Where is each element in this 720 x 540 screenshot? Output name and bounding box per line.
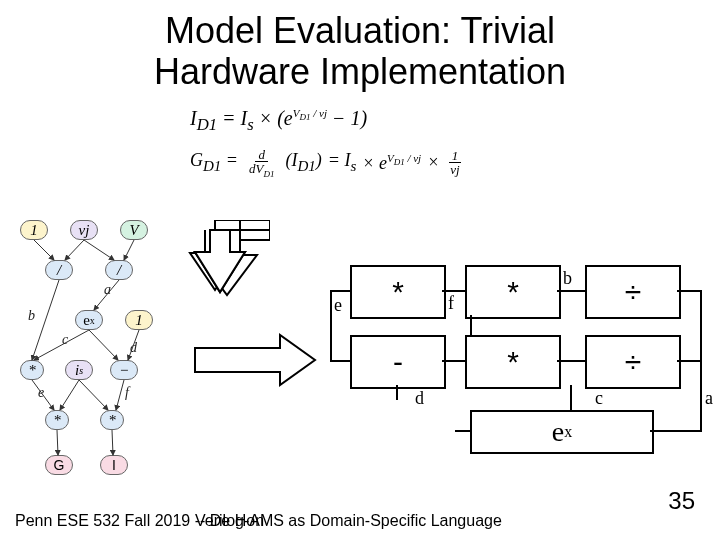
eq1-exp-slash: / vj [310, 107, 327, 119]
node-is: is [65, 360, 93, 380]
wire-sub-mul3 [442, 360, 465, 362]
node-output-g: G [45, 455, 73, 475]
op-div-1: ÷ [585, 265, 681, 319]
eq2-frac2-num: 1 [449, 149, 462, 163]
svg-line-7 [89, 330, 118, 360]
wire-div2-out [677, 360, 702, 362]
eq2-mid2: × e [362, 153, 387, 173]
node-vj: vj [70, 220, 98, 240]
eq2-frac1-num: d [255, 148, 268, 162]
svg-line-5 [32, 280, 59, 360]
slide-title: Model Evaluation: Trivial Hardware Imple… [0, 10, 720, 93]
wire-c-v [570, 385, 572, 410]
eq2-lhs: G [190, 150, 203, 170]
eq2-frac1-den: dV [249, 161, 263, 176]
equations-block: ID1 = Is × (eVD1 / vj − 1) GD1 = d dVD1 … [190, 105, 465, 178]
eq2-frac1: d dVD1 [246, 148, 277, 179]
title-line: Model Evaluation: Trivial Hardware Imple… [154, 10, 566, 92]
node-mul-i: * [100, 410, 124, 430]
node-div-b: / [105, 260, 133, 280]
node-mul-g: * [45, 410, 69, 430]
op-div-2: ÷ [585, 335, 681, 389]
port-b: b [563, 268, 572, 289]
svg-line-11 [79, 380, 108, 410]
wire-e-vert [330, 290, 332, 360]
dataflow-graph: 1 vj V / / ex 1 * is − * * G I [20, 220, 180, 510]
eq1-rhs-a: = I [222, 107, 247, 129]
wire-a-to-exp [650, 430, 702, 432]
wire-e-top [330, 290, 350, 292]
svg-line-10 [60, 380, 79, 410]
arrow-right [190, 330, 320, 390]
eq2-lhs-sub: D1 [203, 158, 221, 174]
eq2-mid-sub: s [350, 158, 356, 174]
edge-label-e: e [38, 385, 44, 401]
eq1-lhs-sub: D1 [197, 115, 217, 134]
node-output-i: I [100, 455, 128, 475]
eq2-exp-sub: D1 [394, 157, 405, 167]
edge-label-d: d [130, 340, 137, 356]
edge-label-f: f [125, 385, 129, 401]
wire-f-v1 [470, 315, 472, 335]
edge-label-a: a [104, 282, 111, 298]
port-c: c [595, 388, 603, 409]
page-number: 35 [668, 487, 695, 515]
equation-1: ID1 = Is × (eVD1 / vj − 1) [190, 105, 465, 136]
svg-line-1 [65, 240, 84, 260]
op-sub: - [350, 335, 446, 389]
footer-mid: Verilog-AMS as Domain-Specific Language [195, 512, 502, 530]
eq2-exp-num: V [387, 152, 394, 164]
wire-mul1-mul2 [442, 290, 465, 292]
port-f: f [448, 293, 454, 314]
eq2-exp-slash: / vj [405, 152, 422, 164]
wire-exp-left [455, 430, 470, 432]
svg-line-3 [124, 240, 134, 260]
svg-line-2 [84, 240, 114, 260]
node-exp: ex [75, 310, 103, 330]
eq1-lhs: I [190, 107, 197, 129]
wire-b [557, 290, 585, 292]
eq2-paren-inner-sub: D1 [297, 158, 315, 174]
node-mul-left: * [20, 360, 44, 380]
port-d: d [415, 388, 424, 409]
edge-label-c: c [62, 332, 68, 348]
svg-line-14 [112, 430, 113, 455]
node-V: V [120, 220, 148, 240]
eq1-rhs-a-sub: s [247, 115, 253, 134]
op-mul-3: * [465, 335, 561, 389]
op-exp: ex [470, 410, 654, 454]
node-const-one: 1 [20, 220, 48, 240]
eq1-rhs-b: × (e [259, 107, 293, 129]
hardware-diagram: * * ÷ - * ÷ ex e f b d c a [320, 265, 720, 495]
node-sub: − [110, 360, 138, 380]
wire-div1-out-h [677, 290, 702, 292]
eq2-frac1-den-sub: D1 [263, 168, 274, 178]
wire-d-v [396, 385, 398, 400]
eq2-frac2: 1 vj [447, 149, 462, 176]
node-const-one-b: 1 [125, 310, 153, 330]
eq1-tail: − 1) [332, 107, 367, 129]
eq2-mid: = I [328, 150, 351, 170]
wire-e-bot [330, 360, 350, 362]
op-mul-1: * [350, 265, 446, 319]
node-div-a: / [45, 260, 73, 280]
wire-mul3-div2 [557, 360, 585, 362]
port-a: a [705, 388, 713, 409]
eq2-frac2-den: vj [447, 163, 462, 176]
eq2-times: × [427, 151, 439, 174]
op-mul-2: * [465, 265, 561, 319]
eq1-exp-sub: D1 [299, 113, 310, 123]
svg-line-0 [34, 240, 54, 260]
equation-2: GD1 = d dVD1 (ID1) = Is × eVD1 / vj × 1 … [190, 148, 465, 179]
svg-line-12 [116, 380, 124, 410]
port-e: e [334, 295, 342, 316]
arrow-down-left [185, 222, 275, 300]
svg-line-13 [57, 430, 58, 455]
edge-label-b: b [28, 308, 35, 324]
